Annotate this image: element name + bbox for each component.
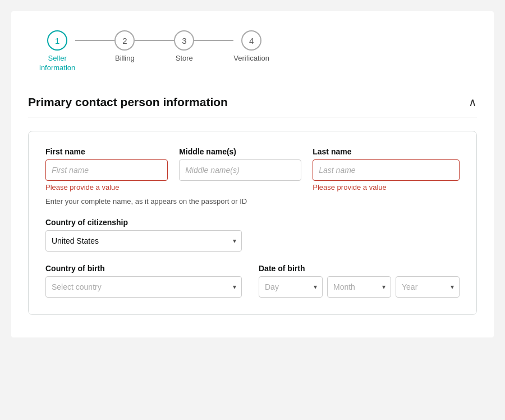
collapse-button[interactable]: ∧ — [469, 95, 477, 109]
year-select-wrapper: Year 20001999 ▾ — [396, 276, 460, 298]
dob-selects: Day 12 ▾ Month JanuaryFebruary ▾ — [259, 276, 460, 298]
last-name-error: Please provide a value — [313, 183, 460, 191]
birth-country-select[interactable]: Select country United States Canada Unit… — [45, 276, 242, 298]
stepper: 1 Sellerinformation 2 Billing 3 Store 4 … — [28, 25, 477, 79]
step-4: 4 Verification — [233, 30, 269, 63]
connector-1-2 — [75, 40, 114, 41]
year-select[interactable]: Year 20001999 — [396, 276, 460, 298]
middle-name-label: Middle name(s) — [179, 147, 301, 156]
step-3-circle: 3 — [174, 30, 194, 51]
dob-group: Date of birth Day 12 ▾ Month JanuaryFebr… — [259, 264, 460, 298]
step-1-circle: 1 — [47, 30, 67, 51]
name-row: First name Please provide a value Middle… — [45, 147, 460, 191]
section-header: Primary contact person information ∧ — [28, 95, 477, 117]
step-1-label: Sellerinformation — [39, 54, 75, 73]
first-name-label: First name — [45, 147, 168, 156]
citizenship-select-wrapper: United States Canada United Kingdom ▾ — [45, 230, 242, 252]
citizenship-select[interactable]: United States Canada United Kingdom — [45, 230, 242, 252]
step-1: 1 Sellerinformation — [39, 30, 75, 73]
citizenship-label: Country of citizenship — [45, 218, 460, 227]
birth-country-group: Country of birth Select country United S… — [45, 264, 242, 298]
day-select[interactable]: Day 12 — [259, 276, 323, 298]
birth-country-label: Country of birth — [45, 264, 242, 273]
connector-2-3 — [135, 40, 174, 41]
birth-country-select-wrapper: Select country United States Canada Unit… — [45, 276, 242, 298]
step-4-label: Verification — [233, 54, 269, 63]
day-select-wrapper: Day 12 ▾ — [259, 276, 323, 298]
step-3: 3 Store — [174, 30, 194, 63]
connector-3-4 — [194, 40, 233, 41]
page-container: 1 Sellerinformation 2 Billing 3 Store 4 … — [11, 11, 494, 337]
month-select-wrapper: Month JanuaryFebruary ▾ — [327, 276, 391, 298]
month-select[interactable]: Month JanuaryFebruary — [327, 276, 391, 298]
first-name-input[interactable] — [45, 159, 168, 181]
first-name-error: Please provide a value — [45, 183, 168, 191]
step-3-label: Store — [176, 54, 193, 63]
dob-label: Date of birth — [259, 264, 460, 273]
middle-name-group: Middle name(s) — [179, 147, 301, 191]
step-2-label: Billing — [115, 54, 135, 63]
birth-row: Country of birth Select country United S… — [45, 264, 460, 298]
step-2: 2 Billing — [114, 30, 135, 63]
form-card: First name Please provide a value Middle… — [28, 131, 477, 315]
citizenship-group: Country of citizenship United States Can… — [45, 218, 460, 252]
first-name-group: First name Please provide a value — [45, 147, 168, 191]
last-name-label: Last name — [313, 147, 460, 156]
name-hint: Enter your complete name, as it appears … — [45, 197, 460, 206]
last-name-group: Last name Please provide a value — [313, 147, 460, 191]
step-4-circle: 4 — [241, 30, 261, 51]
step-2-circle: 2 — [114, 30, 135, 51]
section-title: Primary contact person information — [28, 95, 228, 109]
last-name-input[interactable] — [313, 159, 460, 181]
middle-name-input[interactable] — [179, 159, 301, 181]
